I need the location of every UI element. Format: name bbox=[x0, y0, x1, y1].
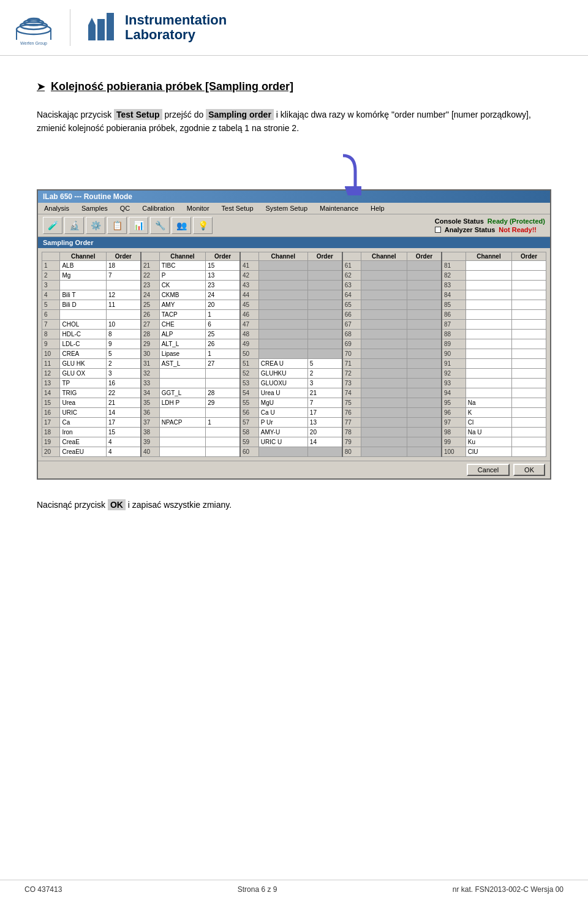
table-cell[interactable] bbox=[407, 290, 442, 300]
table-cell[interactable]: 30 bbox=[141, 349, 159, 358]
table-cell[interactable]: 4 bbox=[106, 437, 140, 447]
table-cell[interactable] bbox=[206, 407, 240, 417]
table-cell[interactable]: 40 bbox=[141, 447, 159, 456]
menu-monitor[interactable]: Monitor bbox=[186, 204, 211, 213]
table-cell[interactable]: 46 bbox=[240, 309, 258, 319]
table-cell[interactable]: 22 bbox=[141, 270, 159, 280]
table-cell[interactable] bbox=[258, 260, 307, 270]
table-cell[interactable] bbox=[258, 349, 307, 358]
table-cell[interactable] bbox=[512, 319, 546, 329]
table-cell[interactable]: 41 bbox=[240, 260, 258, 270]
table-cell[interactable]: 57 bbox=[240, 417, 258, 427]
table-cell[interactable] bbox=[466, 270, 511, 280]
table-cell[interactable]: 28 bbox=[206, 388, 240, 398]
table-cell[interactable]: 9 bbox=[42, 339, 60, 349]
table-cell[interactable]: P Ur bbox=[258, 417, 307, 427]
table-cell[interactable] bbox=[307, 349, 342, 358]
table-cell[interactable]: 5 bbox=[42, 300, 60, 309]
table-cell[interactable] bbox=[307, 329, 342, 339]
table-cell[interactable]: 55 bbox=[240, 398, 258, 407]
table-cell[interactable] bbox=[466, 339, 511, 349]
table-cell[interactable]: 97 bbox=[442, 417, 466, 427]
table-cell[interactable] bbox=[361, 407, 407, 417]
table-cell[interactable] bbox=[159, 447, 205, 456]
table-cell[interactable]: 96 bbox=[442, 407, 466, 417]
table-cell[interactable]: 82 bbox=[442, 270, 466, 280]
table-cell[interactable]: 71 bbox=[342, 358, 361, 368]
table-cell[interactable] bbox=[258, 270, 307, 280]
table-cell[interactable]: 15 bbox=[206, 260, 240, 270]
table-cell[interactable] bbox=[407, 378, 442, 388]
table-cell[interactable]: 42 bbox=[240, 270, 258, 280]
table-cell[interactable]: 68 bbox=[342, 329, 361, 339]
table-cell[interactable] bbox=[159, 368, 205, 378]
table-cell[interactable]: 89 bbox=[442, 339, 466, 349]
table-cell[interactable]: Bili D bbox=[60, 300, 106, 309]
table-cell[interactable] bbox=[361, 358, 407, 368]
table-cell[interactable]: 17 bbox=[106, 417, 140, 427]
table-cell[interactable]: 45 bbox=[240, 300, 258, 309]
table-cell[interactable] bbox=[512, 270, 546, 280]
table-cell[interactable] bbox=[512, 417, 546, 427]
table-cell[interactable]: 16 bbox=[42, 407, 60, 417]
table-cell[interactable]: 59 bbox=[240, 437, 258, 447]
table-cell[interactable]: 35 bbox=[141, 398, 159, 407]
table-cell[interactable]: P bbox=[159, 270, 205, 280]
table-cell[interactable]: Urea U bbox=[258, 388, 307, 398]
table-cell[interactable]: 21 bbox=[307, 388, 342, 398]
table-cell[interactable]: 8 bbox=[106, 329, 140, 339]
table-cell[interactable] bbox=[361, 398, 407, 407]
table-cell[interactable]: 33 bbox=[141, 378, 159, 388]
table-cell[interactable]: 14 bbox=[42, 388, 60, 398]
table-cell[interactable]: 12 bbox=[106, 290, 140, 300]
table-cell[interactable]: 79 bbox=[342, 437, 361, 447]
table-cell[interactable] bbox=[512, 447, 546, 456]
table-cell[interactable]: 24 bbox=[206, 290, 240, 300]
table-cell[interactable]: 23 bbox=[141, 280, 159, 290]
table-cell[interactable]: Iron bbox=[60, 427, 106, 437]
table-cell[interactable]: 3 bbox=[42, 280, 60, 290]
table-cell[interactable]: 31 bbox=[141, 358, 159, 368]
table-cell[interactable] bbox=[361, 300, 407, 309]
toolbar-btn-3[interactable]: ⚙️ bbox=[86, 217, 105, 234]
table-cell[interactable]: 18 bbox=[106, 260, 140, 270]
table-cell[interactable]: 76 bbox=[342, 407, 361, 417]
table-cell[interactable]: CREA bbox=[60, 349, 106, 358]
table-cell[interactable]: Na U bbox=[466, 427, 511, 437]
table-cell[interactable]: 56 bbox=[240, 407, 258, 417]
table-cell[interactable] bbox=[361, 280, 407, 290]
table-cell[interactable] bbox=[206, 427, 240, 437]
table-cell[interactable]: 15 bbox=[42, 398, 60, 407]
table-cell[interactable]: LDL-C bbox=[60, 339, 106, 349]
table-cell[interactable]: 13 bbox=[206, 270, 240, 280]
table-cell[interactable]: 74 bbox=[342, 388, 361, 398]
table-cell[interactable] bbox=[307, 319, 342, 329]
table-cell[interactable] bbox=[206, 437, 240, 447]
table-cell[interactable]: CreaEU bbox=[60, 447, 106, 456]
table-cell[interactable]: 20 bbox=[42, 447, 60, 456]
table-cell[interactable] bbox=[258, 329, 307, 339]
table-cell[interactable] bbox=[512, 309, 546, 319]
table-cell[interactable]: 49 bbox=[240, 339, 258, 349]
table-cell[interactable] bbox=[307, 280, 342, 290]
table-cell[interactable]: TIBC bbox=[159, 260, 205, 270]
table-cell[interactable]: 99 bbox=[442, 437, 466, 447]
table-cell[interactable] bbox=[307, 260, 342, 270]
table-cell[interactable] bbox=[407, 427, 442, 437]
table-cell[interactable] bbox=[258, 447, 307, 456]
table-cell[interactable]: ALT_L bbox=[159, 339, 205, 349]
table-cell[interactable]: 25 bbox=[141, 300, 159, 309]
table-cell[interactable]: MgU bbox=[258, 398, 307, 407]
table-cell[interactable] bbox=[159, 437, 205, 447]
table-cell[interactable]: 43 bbox=[240, 280, 258, 290]
table-cell[interactable] bbox=[512, 290, 546, 300]
table-cell[interactable]: 27 bbox=[206, 358, 240, 368]
table-cell[interactable] bbox=[407, 437, 442, 447]
table-cell[interactable]: 94 bbox=[442, 388, 466, 398]
table-cell[interactable]: 17 bbox=[307, 407, 342, 417]
table-cell[interactable]: 11 bbox=[106, 300, 140, 309]
table-cell[interactable] bbox=[361, 329, 407, 339]
table-cell[interactable]: Na bbox=[466, 398, 511, 407]
table-cell[interactable]: AMY bbox=[159, 300, 205, 309]
table-cell[interactable]: 2 bbox=[42, 270, 60, 280]
